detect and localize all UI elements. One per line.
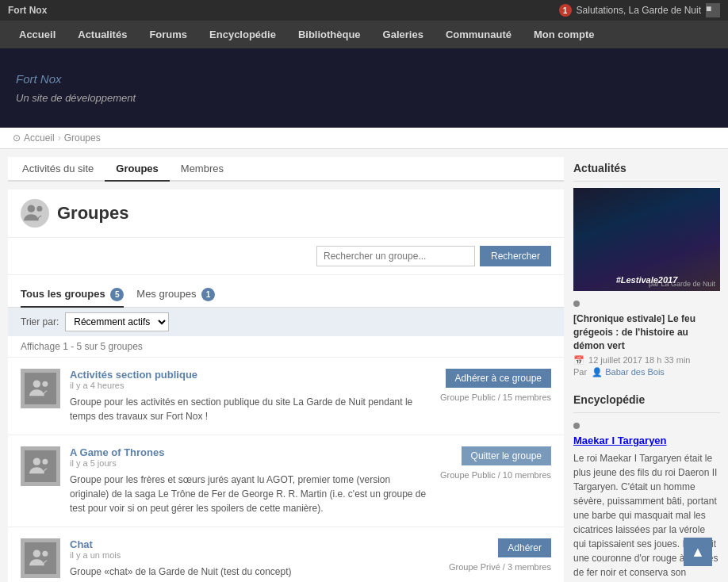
group-info-1: Activités section publique il y a 4 heur…: [70, 369, 431, 423]
sidebar-news-author-row: Par 👤 Babar des Bois: [573, 367, 720, 377]
svg-point-4: [33, 458, 40, 465]
group-meta-2: Groupe Public / 10 membres: [440, 470, 551, 480]
tab-groupes[interactable]: Groupes: [105, 157, 169, 182]
sort-select[interactable]: Récemment actifs Alphabétique Date de cr…: [65, 312, 169, 331]
sidebar-image-caption: par La Garde de Nuit: [649, 280, 715, 288]
salutation-area: 1 Salutations, La Garde de Nuit ■: [559, 3, 720, 17]
group-time-1: il y a 4 heures: [70, 381, 431, 390]
sidebar-news-author-link[interactable]: Babar des Bois: [605, 367, 665, 377]
sidebar-news-date: 📅 12 juillet 2017 18 h 33 min: [573, 355, 720, 366]
breadcrumb: ⊙ Accueil › Groupes: [0, 128, 728, 149]
sort-row: Trier par: Récemment actifs Alphabétique…: [8, 308, 564, 336]
sidebar-news-indicator: [573, 297, 720, 309]
user-avatar: ■: [706, 3, 720, 17]
sidebar-news-link[interactable]: [Chronique estivale] Le feu grégeois : d…: [573, 313, 695, 351]
sidebar-news-image: #Lestivale2017 par La Garde de Nuit: [573, 188, 720, 291]
group-time-2: il y a 5 jours: [70, 458, 431, 468]
salutation-text: Salutations, La Garde de Nuit: [577, 5, 701, 16]
group-name-2[interactable]: A Game of Thrones: [70, 446, 164, 458]
group-meta-3: Groupe Privé / 3 membres: [449, 562, 551, 572]
group-desc-2: Groupe pour les frères et sœurs jurés ay…: [70, 473, 431, 515]
author-icon: 👤: [592, 367, 603, 377]
groupes-icon: [21, 199, 49, 228]
breadcrumb-current: Groupes: [64, 132, 101, 144]
news-dot-icon: [573, 301, 580, 307]
sidebar: Actualités #Lestivale2017 par La Garde d…: [573, 157, 720, 582]
tab-mes-groupes[interactable]: Mes groupes 1: [136, 283, 215, 308]
page-title: Groupes: [57, 203, 128, 224]
group-info-3: Chat il y a un mois Groupe «chat» de la …: [70, 538, 439, 579]
svg-point-2: [33, 381, 40, 388]
svg-point-7: [42, 551, 48, 557]
group-name-3[interactable]: Chat: [70, 538, 93, 550]
sidebar-encyclopedie-title: Encyclopédie: [573, 389, 720, 413]
notification-badge[interactable]: 1: [559, 4, 572, 17]
tab-membres[interactable]: Membres: [170, 157, 235, 182]
svg-point-0: [28, 205, 35, 213]
nav-actualites[interactable]: Actualités: [67, 21, 138, 48]
list-item: Activités section publique il y a 4 heur…: [8, 358, 564, 435]
nav-accueil[interactable]: Accueil: [8, 21, 67, 48]
breadcrumb-accueil[interactable]: Accueil: [24, 132, 55, 144]
group-action-1: Adhérer à ce groupe Groupe Public / 15 m…: [440, 369, 551, 402]
top-bar: Fort Nox 1 Salutations, La Garde de Nuit…: [0, 0, 728, 21]
group-avatar-3: [21, 538, 60, 578]
group-desc-1: Groupe pour les activités en section pub…: [70, 395, 431, 423]
hero-tagline: Un site de développement: [16, 92, 712, 104]
join-group-3-button[interactable]: Adhérer: [498, 538, 551, 557]
breadcrumb-icon: ⊙: [13, 132, 21, 144]
group-action-3: Adhérer Groupe Privé / 3 membres: [449, 538, 551, 572]
search-bar: Rechercher: [8, 238, 564, 275]
nav-encyclopedie[interactable]: Encyclopédie: [198, 21, 287, 48]
sidebar-actualites: Actualités #Lestivale2017 par La Garde d…: [573, 157, 720, 377]
all-groups-badge: 5: [110, 288, 124, 301]
tab-tous-groupes[interactable]: Tous les groupes 5: [21, 283, 124, 308]
tab-activites[interactable]: Activités du site: [11, 157, 105, 182]
nav-communaute[interactable]: Communauté: [435, 21, 523, 48]
group-filter-tabs: Tous les groupes 5 Mes groupes 1: [8, 275, 564, 308]
nav-galeries[interactable]: Galeries: [372, 21, 435, 48]
svg-point-5: [42, 459, 48, 465]
group-avatar-1: [21, 369, 60, 408]
group-desc-3: Groupe «chat» de la Garde de Nuit (test …: [70, 565, 439, 579]
hero-fort-nox: Fort Nox: [16, 72, 712, 86]
svg-point-1: [36, 206, 42, 212]
svg-point-3: [42, 381, 48, 387]
back-to-top-button[interactable]: ▲: [684, 538, 712, 566]
group-list: Activités section publique il y a 4 heur…: [8, 358, 564, 582]
group-name-1[interactable]: Activités section publique: [70, 369, 197, 381]
encyclo-indicator: [573, 419, 720, 431]
calendar-icon: 📅: [573, 355, 584, 365]
site-title: Fort Nox: [8, 5, 47, 16]
sidebar-actualites-title: Actualités: [573, 157, 720, 182]
main-nav: Accueil Actualités Forums Encyclopédie B…: [0, 21, 728, 48]
nav-forums[interactable]: Forums: [138, 21, 198, 48]
search-button[interactable]: Rechercher: [480, 246, 551, 266]
my-groups-badge: 1: [201, 288, 215, 301]
encyclo-entry-title: Maekar I Targaryen: [573, 435, 720, 446]
list-item: Chat il y a un mois Groupe «chat» de la …: [8, 527, 564, 582]
group-info-2: A Game of Thrones il y a 5 jours Groupe …: [70, 446, 431, 515]
sidebar-news-title: [Chronique estivale] Le feu grégeois : d…: [573, 312, 720, 352]
group-meta-1: Groupe Public / 15 membres: [440, 392, 551, 402]
group-action-2: Quitter le groupe Groupe Public / 10 mem…: [440, 446, 551, 480]
group-time-3: il y a un mois: [70, 550, 439, 560]
breadcrumb-sep: ›: [58, 132, 61, 144]
group-count: Affichage 1 - 5 sur 5 groupes: [8, 336, 564, 358]
hero-banner: Fort Nox Un site de développement: [0, 48, 728, 128]
page-tabs: Activités du site Groupes Membres: [8, 157, 564, 182]
svg-point-6: [33, 550, 40, 557]
list-item: A Game of Thrones il y a 5 jours Groupe …: [8, 435, 564, 527]
page-header: Groupes: [8, 190, 564, 238]
search-input[interactable]: [316, 246, 475, 266]
join-group-1-button[interactable]: Adhérer à ce groupe: [446, 369, 551, 388]
nav-mon-compte[interactable]: Mon compte: [523, 21, 606, 48]
sort-label: Trier par:: [21, 316, 59, 327]
leave-group-2-button[interactable]: Quitter le groupe: [462, 446, 551, 465]
encyclo-dot-icon: [573, 423, 580, 429]
group-avatar-2: [21, 446, 60, 486]
nav-bibliotheque[interactable]: Bibliothèque: [287, 21, 372, 48]
main-content: Activités du site Groupes Membres Groupe…: [8, 157, 564, 582]
encyclo-entry-link[interactable]: Maekar I Targaryen: [573, 435, 667, 446]
